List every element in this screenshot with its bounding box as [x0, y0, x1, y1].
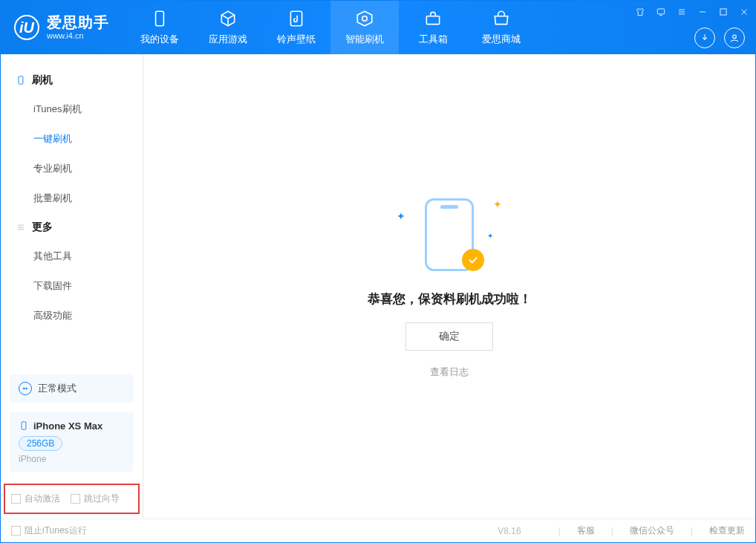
checkbox-label: 跳过向导: [84, 492, 120, 505]
sparkle-icon: ✦: [397, 210, 405, 222]
user-icon[interactable]: [724, 27, 745, 48]
nav-label: 应用游戏: [209, 33, 247, 46]
nav-store[interactable]: 爱思商城: [467, 1, 535, 54]
store-icon: [492, 9, 511, 28]
svg-rect-4: [720, 9, 726, 15]
svg-rect-1: [290, 11, 302, 26]
sidebar: 刷机 iTunes刷机 一键刷机 专业刷机 批量刷机 更多 其他工具 下载固件 …: [1, 54, 143, 518]
app-name: 爱思助手: [47, 14, 109, 31]
sidebar-item-other-tools[interactable]: 其他工具: [1, 241, 143, 271]
top-nav: 我的设备 应用游戏 铃声壁纸 智能刷机 工具箱 爱思商城: [126, 1, 535, 54]
success-message: 恭喜您，保资料刷机成功啦！: [368, 290, 532, 308]
checkbox-icon: [71, 494, 80, 504]
support-link[interactable]: 客服: [577, 524, 595, 537]
checkbox-row-highlighted: 自动激活 跳过向导: [4, 484, 140, 514]
nav-label: 工具箱: [419, 33, 448, 46]
download-icon[interactable]: [694, 27, 715, 48]
nav-toolbox[interactable]: 工具箱: [399, 1, 467, 54]
device-card[interactable]: iPhone XS Max 256GB iPhone: [10, 412, 134, 472]
window-controls: [633, 5, 751, 19]
refresh-icon: [355, 9, 374, 28]
checkbox-label: 阻止iTunes运行: [25, 524, 87, 537]
nav-label: 我的设备: [140, 33, 179, 46]
maximize-icon[interactable]: [717, 5, 730, 19]
mode-icon: [19, 382, 32, 395]
device-icon: [19, 419, 29, 432]
svg-rect-9: [22, 422, 26, 430]
app-domain: www.i4.cn: [47, 31, 109, 41]
svg-rect-2: [426, 16, 439, 25]
svg-rect-0: [156, 11, 164, 26]
section-label: 更多: [32, 221, 53, 234]
view-log-link[interactable]: 查看日志: [430, 365, 469, 379]
svg-rect-6: [19, 77, 23, 85]
nav-apps-games[interactable]: 应用游戏: [194, 1, 262, 54]
minimize-icon[interactable]: [696, 5, 709, 19]
nav-ringtones[interactable]: 铃声壁纸: [262, 1, 330, 54]
checkbox-skip-guide[interactable]: 跳过向导: [71, 492, 120, 505]
success-illustration: ✦ ✦ ✦: [394, 194, 505, 276]
nav-label: 智能刷机: [345, 33, 384, 46]
app-window: iU 爱思助手 www.i4.cn 我的设备 应用游戏 铃声壁纸 智能刷机: [0, 0, 756, 543]
nav-label: 铃声壁纸: [277, 33, 316, 46]
titlebar-right-icons: [694, 27, 745, 48]
wechat-link[interactable]: 微信公众号: [630, 524, 674, 537]
device-icon: [150, 9, 169, 28]
checkbox-auto-activate[interactable]: 自动激活: [11, 492, 60, 505]
section-label: 刷机: [32, 74, 53, 87]
device-name: iPhone XS Max: [33, 420, 102, 432]
sidebar-item-onekey-flash[interactable]: 一键刷机: [1, 124, 143, 154]
mode-card[interactable]: 正常模式: [10, 374, 134, 403]
device-capacity: 256GB: [19, 436, 62, 451]
titlebar: iU 爱思助手 www.i4.cn 我的设备 应用游戏 铃声壁纸 智能刷机: [1, 1, 755, 54]
check-badge-icon: [462, 249, 484, 271]
sidebar-item-batch-flash[interactable]: 批量刷机: [1, 183, 143, 213]
app-logo: iU 爱思助手 www.i4.cn: [1, 1, 126, 54]
body: 刷机 iTunes刷机 一键刷机 专业刷机 批量刷机 更多 其他工具 下载固件 …: [1, 54, 755, 518]
version-label: V8.16: [498, 526, 521, 536]
svg-point-5: [733, 35, 737, 39]
main-panel: ✦ ✦ ✦ 恭喜您，保资料刷机成功啦！ 确定 查看日志: [143, 54, 755, 518]
sidebar-item-download-fw[interactable]: 下载固件: [1, 271, 143, 301]
cube-icon: [218, 9, 238, 28]
logo-icon: iU: [14, 15, 39, 40]
footer: 阻止iTunes运行 V8.16 | 客服 | 微信公众号 | 检查更新: [1, 518, 755, 542]
sidebar-section-more: 更多: [1, 213, 143, 241]
phone-icon: [16, 75, 26, 85]
nav-label: 爱思商城: [482, 33, 521, 46]
mode-label: 正常模式: [38, 382, 76, 395]
nav-smart-flash[interactable]: 智能刷机: [330, 1, 399, 54]
svg-rect-3: [657, 9, 664, 14]
sparkle-icon: ✦: [493, 198, 502, 210]
sidebar-item-itunes-flash[interactable]: iTunes刷机: [1, 94, 143, 124]
sidebar-item-advanced[interactable]: 高级功能: [1, 301, 143, 331]
svg-point-8: [25, 388, 27, 390]
list-icon: [16, 222, 26, 233]
toolbox-icon: [423, 9, 443, 28]
svg-point-7: [23, 388, 25, 390]
menu-icon[interactable]: [675, 5, 688, 19]
feedback-icon[interactable]: [654, 5, 668, 19]
skin-icon[interactable]: [633, 5, 647, 19]
checkbox-icon: [11, 526, 21, 536]
checkbox-block-itunes[interactable]: 阻止iTunes运行: [11, 524, 87, 537]
close-icon[interactable]: [737, 5, 751, 19]
confirm-button[interactable]: 确定: [405, 322, 493, 351]
check-update-link[interactable]: 检查更新: [709, 524, 745, 537]
device-type: iPhone: [19, 454, 125, 464]
sidebar-section-flash: 刷机: [1, 66, 143, 94]
sidebar-item-pro-flash[interactable]: 专业刷机: [1, 154, 143, 183]
music-icon: [287, 9, 306, 28]
sparkle-icon: ✦: [487, 232, 493, 240]
checkbox-icon: [11, 494, 21, 504]
checkbox-label: 自动激活: [25, 492, 60, 505]
nav-my-device[interactable]: 我的设备: [126, 1, 194, 54]
